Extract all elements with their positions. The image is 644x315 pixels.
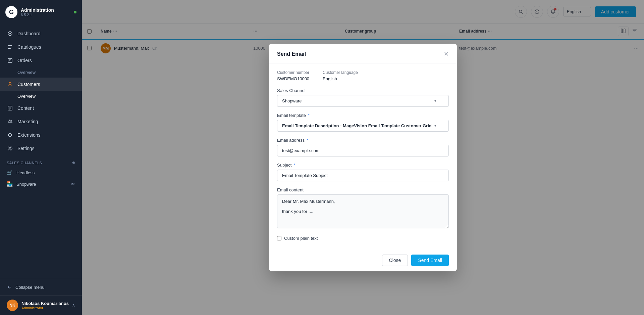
customer-language-label: Customer language xyxy=(323,70,358,75)
headless-icon: 🛒 xyxy=(7,170,13,176)
sidebar-item-label: Catalogues xyxy=(17,44,41,50)
sidebar-item-marketing[interactable]: Marketing xyxy=(0,115,82,128)
add-sales-channel-icon[interactable]: ⊕ xyxy=(72,161,75,165)
email-content-textarea[interactable] xyxy=(277,194,449,228)
email-template-value: Email Template Description - MageVision … xyxy=(282,123,432,128)
email-content-group: Email content xyxy=(277,187,449,230)
app-name: Administration xyxy=(21,7,54,13)
main-content: English German French Add customer Name … xyxy=(82,0,644,315)
email-template-label: Email template * xyxy=(277,113,449,118)
catalogues-icon xyxy=(7,44,13,50)
sidebar-item-label: Content xyxy=(17,105,34,111)
svg-rect-3 xyxy=(8,47,12,47)
sidebar: G Administration 6.5.2.1 Dashboard Catal… xyxy=(0,0,82,315)
sidebar-item-extensions[interactable]: Extensions xyxy=(0,128,82,142)
sales-channel-select[interactable]: Shopware ▾ xyxy=(277,95,449,107)
subject-group: Subject * xyxy=(277,163,449,181)
custom-plain-text-checkbox[interactable] xyxy=(277,236,281,240)
status-dot xyxy=(74,11,76,13)
send-email-modal: Send Email ✕ Customer number SWDEMO10000… xyxy=(269,44,457,271)
sales-channels-section: Sales Channels ⊕ xyxy=(0,155,82,167)
email-content-label: Email content xyxy=(277,187,449,192)
customer-number-label: Customer number xyxy=(277,70,309,75)
svg-point-1 xyxy=(9,33,11,34)
collapse-label: Collapse menu xyxy=(15,285,45,290)
user-avatar: NK xyxy=(7,300,18,311)
send-email-button[interactable]: Send Email xyxy=(411,255,449,266)
collapse-menu[interactable]: Collapse menu xyxy=(0,279,82,295)
customer-number-value: SWDEMO10000 xyxy=(277,76,309,81)
sidebar-item-label: Settings xyxy=(17,146,35,151)
subject-label: Subject * xyxy=(277,163,449,168)
shopware-icon: 🏪 xyxy=(7,181,13,187)
visibility-icon[interactable]: 👁 xyxy=(71,182,75,187)
user-initials: NK xyxy=(9,303,15,308)
content-icon xyxy=(7,105,13,111)
orders-icon xyxy=(7,57,13,64)
sidebar-sub-item-orders-overview[interactable]: Overview xyxy=(0,67,82,78)
custom-plain-text-row: Custom plain text xyxy=(277,236,449,241)
customer-language-value: English xyxy=(323,76,358,81)
required-indicator: * xyxy=(293,163,295,168)
svg-rect-4 xyxy=(8,48,11,49)
email-template-select[interactable]: Email Template Description - MageVision … xyxy=(277,120,449,132)
modal-title: Send Email xyxy=(277,51,306,57)
chevron-down-icon: ▾ xyxy=(434,99,436,103)
user-profile[interactable]: NK Nikolaos Koumarianos Administrator ∧ xyxy=(0,295,82,315)
sidebar-item-label: Marketing xyxy=(17,119,38,124)
email-address-group: Email address * xyxy=(277,138,449,156)
sidebar-item-headless[interactable]: 🛒 Headless xyxy=(0,167,82,178)
dashboard-icon xyxy=(7,30,13,37)
customers-icon xyxy=(7,81,13,88)
user-chevron-icon: ∧ xyxy=(72,303,75,308)
email-address-input[interactable] xyxy=(277,145,449,156)
modal-header: Send Email ✕ xyxy=(269,44,457,63)
settings-icon xyxy=(7,145,13,152)
marketing-icon xyxy=(7,118,13,125)
sidebar-sub-item-customers-overview[interactable]: Overview xyxy=(0,91,82,101)
modal-overlay[interactable]: Send Email ✕ Customer number SWDEMO10000… xyxy=(82,0,644,315)
sidebar-item-customers[interactable]: Customers xyxy=(0,78,82,91)
sales-channel-group: Sales Channel Shopware ▾ xyxy=(277,88,449,107)
svg-point-6 xyxy=(9,82,11,84)
email-template-select-wrapper: Email Template Description - MageVision … xyxy=(277,120,449,132)
user-info: Nikolaos Koumarianos Administrator xyxy=(21,301,69,310)
app-logo: G xyxy=(5,6,17,18)
modal-close-button[interactable]: ✕ xyxy=(444,50,449,58)
sidebar-item-catalogues[interactable]: Catalogues xyxy=(0,40,82,54)
modal-body: Customer number SWDEMO10000 Customer lan… xyxy=(269,63,457,249)
modal-info-row: Customer number SWDEMO10000 Customer lan… xyxy=(277,70,449,81)
required-indicator: * xyxy=(308,113,310,118)
chevron-down-icon: ▾ xyxy=(434,124,436,128)
sidebar-item-orders[interactable]: Orders xyxy=(0,54,82,67)
svg-rect-2 xyxy=(8,45,12,46)
sales-channels-title: Sales Channels xyxy=(7,161,42,165)
sidebar-item-settings[interactable]: Settings xyxy=(0,142,82,155)
sales-channel-value: Shopware xyxy=(282,98,302,103)
sidebar-header: G Administration 6.5.2.1 xyxy=(0,0,82,24)
customer-number-block: Customer number SWDEMO10000 xyxy=(277,70,309,81)
required-indicator: * xyxy=(307,138,308,143)
extensions-icon xyxy=(7,132,13,138)
svg-point-8 xyxy=(9,148,11,149)
sidebar-brand: Administration 6.5.2.1 xyxy=(21,7,54,17)
sub-item-label: Overview xyxy=(17,94,36,99)
custom-plain-text-label[interactable]: Custom plain text xyxy=(284,236,318,241)
sidebar-item-dashboard[interactable]: Dashboard xyxy=(0,27,82,40)
customer-language-block: Customer language English xyxy=(323,70,358,81)
app-version: 6.5.2.1 xyxy=(21,13,54,17)
subject-input[interactable] xyxy=(277,170,449,181)
sidebar-item-label: Extensions xyxy=(17,132,40,138)
sidebar-item-label: Dashboard xyxy=(17,31,41,36)
email-template-group: Email template * Email Template Descript… xyxy=(277,113,449,132)
close-button[interactable]: Close xyxy=(382,255,408,266)
email-address-label: Email address * xyxy=(277,138,449,143)
sidebar-item-shopware[interactable]: 🏪 Shopware 👁 xyxy=(0,178,82,190)
sidebar-item-label: Orders xyxy=(17,58,32,63)
sidebar-item-content[interactable]: Content xyxy=(0,101,82,115)
channel-label: Headless xyxy=(16,170,35,175)
sales-channel-select-wrapper: Shopware ▾ xyxy=(277,95,449,107)
sidebar-nav: Dashboard Catalogues Orders Overview Cus… xyxy=(0,24,82,279)
user-name: Nikolaos Koumarianos xyxy=(21,301,69,306)
collapse-icon xyxy=(7,284,12,290)
